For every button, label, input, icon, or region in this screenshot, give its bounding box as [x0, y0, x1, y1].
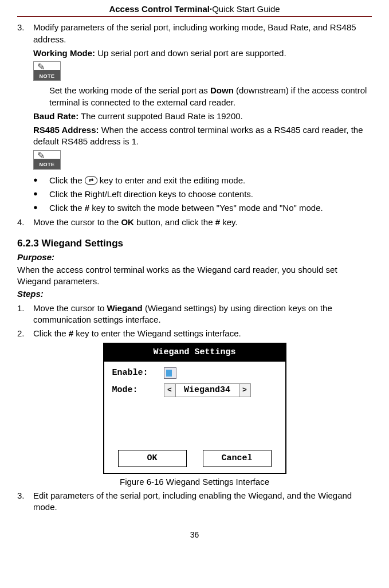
bullet-dot: ●	[33, 189, 49, 200]
edit-key-icon: ⇄	[85, 177, 97, 185]
page-header: Access Control Terminal·Quick Start Guid…	[17, 0, 372, 17]
step-3-text: Modify parameters of the serial port, in…	[33, 22, 372, 45]
step-3-num: 3.	[17, 22, 33, 45]
bullet-dot: ●	[33, 202, 49, 214]
wiegand-step-2: 2. Click the # key to enter the Wiegand …	[17, 328, 372, 339]
mode-prev-button[interactable]: <	[164, 384, 176, 397]
ok-button[interactable]: OK	[118, 450, 187, 467]
note-icon	[33, 61, 61, 81]
mode-label: Mode:	[112, 385, 158, 396]
note-icon	[33, 150, 61, 170]
rs485-line: RS485 Address: When the access control t…	[33, 124, 372, 148]
rs485-label: RS485 Address:	[33, 125, 99, 135]
baud-rate-label: Baud Rate:	[33, 111, 78, 121]
mode-value: Wiegand34	[176, 384, 239, 397]
enable-checkbox[interactable]	[164, 367, 176, 379]
dialog-buttons: OK Cancel	[104, 448, 285, 473]
wiegand-dialog: Wiegand Settings Enable: Mode: < Wiegand…	[103, 343, 286, 474]
enable-row: Enable:	[112, 367, 277, 379]
step-3: 3. Modify parameters of the serial port,…	[17, 22, 372, 45]
cancel-button[interactable]: Cancel	[203, 450, 272, 467]
mode-row: Mode: < Wiegand34 >	[112, 383, 277, 397]
dialog-title: Wiegand Settings	[104, 344, 285, 361]
working-mode-line: Working Mode: Up serial port and down se…	[33, 48, 372, 59]
figure-caption: Figure 6-16 Wiegand Settings Interface	[17, 476, 372, 488]
step-4-num: 4.	[17, 217, 33, 228]
baud-rate-line: Baud Rate: The current suppoted Baud Rat…	[33, 111, 372, 122]
wiegand-step-1: 1. Move the cursor to Wiegand (Wiegand s…	[17, 303, 372, 326]
working-mode-text: Up serial port and down serial port are …	[95, 48, 286, 58]
dialog-body: Enable: Mode: < Wiegand34 >	[104, 362, 285, 448]
mode-next-button[interactable]: >	[239, 384, 250, 397]
header-bold: Access Control Terminal	[109, 4, 210, 14]
wiegand-dialog-figure: Wiegand Settings Enable: Mode: < Wiegand…	[17, 343, 372, 474]
purpose-text: When the access control terminal works a…	[17, 264, 372, 288]
working-mode-label: Working Mode:	[33, 48, 95, 58]
steps-label: Steps:	[17, 288, 372, 300]
page-number: 36	[17, 530, 372, 540]
step-4: 4. Move the cursor to the OK button, and…	[17, 217, 372, 228]
enable-label: Enable:	[112, 367, 158, 379]
wiegand-step-3: 3. Edit parameters of the serial port, i…	[17, 490, 372, 513]
bullet-dot: ●	[33, 175, 49, 186]
purpose-label: Purpose:	[17, 252, 372, 263]
baud-rate-text: The current suppoted Baud Rate is 19200.	[78, 111, 243, 121]
header-light: Quick Start Guide	[212, 4, 280, 14]
bullet-1: ● Click the ⇄ key to enter and exit the …	[33, 175, 372, 186]
note-1-text: Set the working mode of the serial port …	[49, 85, 372, 108]
section-heading: 6.2.3 Wiegand Settings	[17, 237, 372, 250]
bullet-2: ● Click the Right/Left direction keys to…	[33, 189, 372, 200]
mode-selector: < Wiegand34 >	[164, 383, 251, 397]
bullet-3: ● Click the # key to switch the mode bet…	[33, 202, 372, 214]
